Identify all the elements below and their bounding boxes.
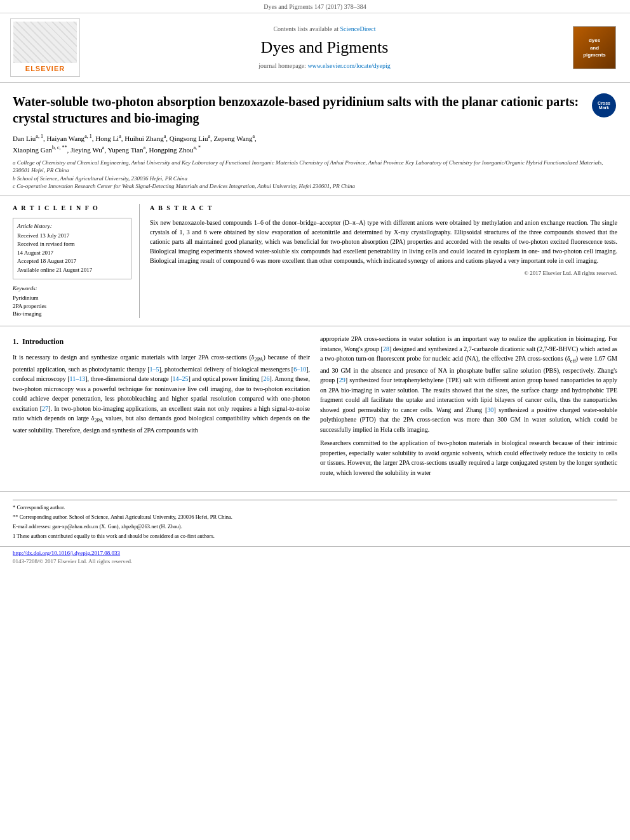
- affiliation-a: a College of Chemistry and Chemical Engi…: [13, 159, 617, 175]
- body-left-column: 1. Introduction It is necessary to desig…: [13, 334, 310, 481]
- ref-28[interactable]: 28: [383, 345, 389, 352]
- article-info-heading: A R T I C L E I N F O: [13, 204, 131, 213]
- dyes-pigments-logo: dyes and pigments: [573, 26, 616, 69]
- article-title-text: Water-soluble two-photon absorption benz…: [13, 93, 586, 126]
- crossmark-icon: CrossMark: [592, 93, 616, 117]
- footnote-1: 1 These authors contributed equally to t…: [13, 533, 617, 540]
- available-date: Available online 21 August 2017: [17, 266, 127, 274]
- footnote-emails: E-mail addresses: gan-xp@ahau.edu.cn (X.…: [13, 523, 617, 531]
- received-date: Received 13 July 2017: [17, 232, 127, 240]
- article-title-row: Water-soluble two-photon absorption benz…: [13, 93, 617, 126]
- footnote-rule: [13, 500, 617, 500]
- copyright-line: © 2017 Elsevier Ltd. All rights reserved…: [150, 269, 617, 277]
- crossmark-logo[interactable]: CrossMark: [592, 93, 617, 119]
- footnote-corresponding1: * Corresponding author.: [13, 504, 617, 512]
- received-revised-label: Received in revised form: [17, 240, 127, 248]
- accepted-date: Accepted 18 August 2017: [17, 257, 127, 265]
- ref-11-13[interactable]: 11–13: [70, 375, 86, 382]
- article-history-box: Article history: Received 13 July 2017 R…: [13, 218, 131, 279]
- journal-header: ELSEVIER Contents lists available at Sci…: [0, 13, 630, 83]
- article-info-column: A R T I C L E I N F O Article history: R…: [13, 204, 140, 318]
- email-addresses: gan-xp@ahau.edu.cn (X. Gan), zhpzhp@263.…: [52, 523, 182, 530]
- keyword-2: 2PA properties: [13, 302, 131, 310]
- journal-citation-text: Dyes and Pigments 147 (2017) 378–384: [264, 3, 366, 10]
- article-title-section: Water-soluble two-photon absorption benz…: [0, 83, 630, 196]
- keyword-3: Bio-imaging: [13, 310, 131, 318]
- doi-anchor[interactable]: http://dx.doi.org/10.1016/j.dyepig.2017.…: [13, 550, 120, 556]
- keywords-label: Keywords:: [13, 284, 131, 293]
- journal-logo-right: dyes and pigments: [569, 18, 620, 77]
- elsevier-logo: ELSEVIER: [10, 18, 80, 77]
- sciencedirect-link: Contents lists available at ScienceDirec…: [273, 25, 375, 34]
- email-label: E-mail addresses:: [13, 523, 51, 530]
- affiliations: a College of Chemistry and Chemical Engi…: [13, 159, 617, 190]
- abstract-column: A B S T R A C T Six new benzoxazole-base…: [150, 204, 617, 318]
- abstract-text: Six new benzoxazole-based compounds 1–6 …: [150, 218, 617, 265]
- ref-29[interactable]: 29: [339, 377, 345, 383]
- ref-1-5[interactable]: 1–5: [150, 366, 159, 373]
- intro-paragraph-1: It is necessary to design and synthesize…: [13, 352, 310, 436]
- authors-line: Dan Liua, 1, Haiyan Wanga, 1, Hong Lia, …: [13, 133, 617, 154]
- footnote-corresponding2: ** Corresponding author. School of Scien…: [13, 514, 617, 521]
- introduction-heading: 1. Introduction: [13, 337, 310, 347]
- sciencedirect-anchor[interactable]: ScienceDirect: [340, 25, 375, 32]
- ref-26[interactable]: 26: [263, 375, 269, 382]
- ref-30[interactable]: 30: [487, 406, 493, 413]
- keyword-1: Pyridinium: [13, 294, 131, 302]
- homepage-link[interactable]: www.elsevier.com/locate/dyepig: [307, 62, 390, 69]
- elsevier-wordmark: ELSEVIER: [25, 64, 65, 74]
- issn-text: 0143-7208/© 2017 Elsevier Ltd. All right…: [13, 557, 617, 566]
- footer-bar: http://dx.doi.org/10.1016/j.dyepig.2017.…: [0, 546, 630, 568]
- body-right-column: appropriate 2PA cross-sections in water …: [320, 334, 617, 481]
- abstract-heading: A B S T R A C T: [150, 204, 617, 213]
- affiliation-b: b School of Science, Anhui Agricultural …: [13, 175, 617, 183]
- section-number: 1.: [13, 337, 18, 346]
- journal-main-title: Dyes and Pigments: [261, 36, 389, 59]
- doi-link[interactable]: http://dx.doi.org/10.1016/j.dyepig.2017.…: [13, 549, 617, 557]
- keywords-section: Keywords: Pyridinium 2PA properties Bio-…: [13, 284, 131, 318]
- section-title: Introduction: [22, 337, 64, 346]
- intro-paragraph-2: appropriate 2PA cross-sections in water …: [320, 334, 617, 434]
- article-info-abstract-section: A R T I C L E I N F O Article history: R…: [0, 196, 630, 326]
- ref-27[interactable]: 27: [42, 405, 48, 412]
- received-revised-date: 14 August 2017: [17, 249, 127, 257]
- ref-6-10[interactable]: 6–10: [293, 366, 306, 373]
- journal-title-section: Contents lists available at ScienceDirec…: [86, 18, 563, 77]
- intro-paragraph-3: Researchers committed to the application…: [320, 438, 617, 477]
- history-label: Article history:: [17, 222, 127, 230]
- ref-14-25[interactable]: 14–25: [173, 375, 189, 382]
- main-body: 1. Introduction It is necessary to desig…: [0, 326, 630, 489]
- footnotes-section: * Corresponding author. ** Corresponding…: [0, 491, 630, 546]
- journal-homepage: journal homepage: www.elsevier.com/locat…: [258, 62, 391, 70]
- elsevier-graphic: [13, 22, 77, 63]
- affiliation-c: c Co-operative Innovation Research Cente…: [13, 182, 617, 190]
- journal-citation: Dyes and Pigments 147 (2017) 378–384: [0, 0, 630, 13]
